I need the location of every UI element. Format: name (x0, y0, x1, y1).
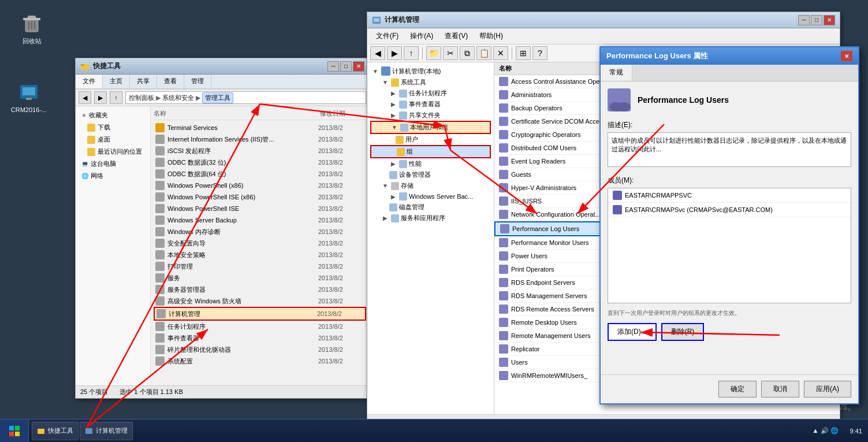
file-item-secpol[interactable]: 本地安全策略 2013/8/2 (154, 249, 366, 261)
menu-file[interactable]: 文件(F) (370, 29, 404, 43)
ok-button[interactable]: 确定 (718, 381, 757, 398)
tree-event-viewer[interactable]: ▶ 事件查看器 (370, 99, 491, 110)
add-button[interactable]: 添加(D)... (608, 323, 657, 341)
minimize-button[interactable]: ─ (327, 61, 339, 72)
tree-task-scheduler[interactable]: ▶ 任务计划程序 (370, 88, 491, 99)
props-close-button[interactable]: ✕ (841, 51, 852, 61)
mgmt-close-button[interactable]: ✕ (824, 15, 835, 25)
address-path[interactable]: 控制面板 ▶ 系统和安全 ▶ 管理工具 (125, 91, 366, 104)
group-name: Access Control Assistance Ope... (511, 78, 605, 85)
file-item-iscsi[interactable]: iSCSI 发起程序 2013/8/2 (154, 145, 366, 157)
tree-local-users[interactable]: ▼ 本地用户和组 (370, 121, 491, 134)
toolbar-cut-btn[interactable]: ✂ (443, 46, 458, 60)
tree-wsb[interactable]: ▶ Windows Server Bac... (370, 191, 491, 202)
group-icon (500, 224, 509, 233)
tree-users[interactable]: 用户 (370, 134, 491, 145)
tree-groups[interactable]: 组 (370, 145, 491, 158)
group-icon (499, 143, 508, 153)
file-item-odbc32[interactable]: ODBC 数据源(32 位) 2013/8/2 (154, 157, 366, 168)
file-date: 2013/8/2 (318, 274, 364, 281)
toolbar-delete-btn[interactable]: ✕ (493, 46, 508, 60)
sidebar-item-recent[interactable]: 最近访问的位置 (79, 146, 147, 158)
tab-manage[interactable]: 管理 (184, 75, 211, 88)
file-item-memory[interactable]: Windows 内存诊断 2013/8/2 (154, 226, 366, 237)
tree-root[interactable]: ▼ 计算机管理(本地) (370, 65, 491, 77)
tree-system-tools[interactable]: ▼ 系统工具 (370, 77, 491, 88)
file-item-odbc64[interactable]: ODBC 数据源(64 位) 2013/8/2 (154, 168, 366, 180)
sidebar-item-network[interactable]: 🌐 网络 (79, 170, 147, 182)
taskbar-item-mgmt[interactable]: 计算机管理 (80, 422, 133, 440)
file-item-tasksch[interactable]: 任务计划程序 2013/8/2 (154, 321, 366, 332)
tree-services-apps[interactable]: ▶ 服务和应用程序 (370, 213, 491, 224)
crm-icon[interactable]: CRM2016-... (9, 81, 49, 113)
tab-file[interactable]: 文件 (76, 75, 103, 88)
file-item-psx86[interactable]: Windows PowerShell (x86) 2013/8/2 (154, 180, 366, 191)
file-name: 服务器管理器 (167, 285, 315, 294)
file-item-firewall[interactable]: 高级安全 Windows 防火墙 2013/8/2 (154, 295, 366, 307)
toolbar-paste-btn[interactable]: 📋 (476, 46, 491, 60)
remove-button[interactable]: 删除(R) (661, 323, 705, 341)
file-item-services[interactable]: 服务 2013/8/2 (154, 272, 366, 284)
toolbar-forward-btn[interactable]: ▶ (387, 46, 402, 60)
file-item-eventviewer[interactable]: 事件查看器 2013/8/2 (154, 332, 366, 344)
sidebar-item-favorites[interactable]: ★ 收藏夹 (79, 109, 147, 121)
toolbar-copy-btn[interactable]: ⧉ (460, 46, 475, 60)
file-item-psise[interactable]: Windows PowerShell ISE 2013/8/2 (154, 203, 366, 214)
tree-disk-mgmt[interactable]: 磁盘管理 (370, 202, 491, 213)
file-date: 2013/8/2 (318, 298, 364, 304)
props-tab-general[interactable]: 常规 (601, 65, 632, 81)
taskbar-item-explorer[interactable]: 快捷工具 (32, 422, 79, 440)
file-item-psise-x86[interactable]: Windows PowerShell ISE (x86) 2013/8/2 (154, 191, 366, 203)
nav-back-button[interactable]: ◀ (79, 91, 91, 104)
toolbar-help-btn[interactable]: ? (532, 46, 547, 60)
nav-up-button[interactable]: ↑ (110, 91, 122, 104)
apply-button[interactable]: 应用(A) (804, 381, 851, 398)
tree-shared-folders[interactable]: ▶ 共享文件夹 (370, 110, 491, 121)
sidebar-item-computer[interactable]: 💻 这台电脑 (79, 158, 147, 170)
file-name: iSCSI 发起程序 (167, 147, 315, 155)
tab-view[interactable]: 查看 (157, 75, 184, 88)
file-item-compmgmt[interactable]: 计算机管理 2013/8/2 (154, 307, 366, 321)
group-icon (499, 77, 508, 86)
mgmt-minimize-button[interactable]: ─ (798, 15, 810, 25)
menu-help[interactable]: 帮助(H) (474, 29, 509, 43)
file-item-wsb[interactable]: Windows Server Backup 2013/8/2 (154, 214, 366, 226)
props-description[interactable]: 该组中的成员可以计划进行性能计数器日志记录，除记录提供程序，以及在本地或通过远程… (608, 132, 851, 167)
sidebar-item-desktop[interactable]: 桌面 (79, 133, 147, 146)
member-item-2[interactable]: EASTAR\CRMAPSvc (CRMAPSvc@EASTAR.COM) (608, 203, 851, 217)
file-item-iis[interactable]: Internet Information Services (IIS)管... … (154, 133, 366, 145)
file-item-defrag[interactable]: 碎片整理和优化驱动器 2013/8/2 (154, 344, 366, 355)
file-item-print[interactable]: 打印管理 2013/8/2 (154, 261, 366, 272)
file-item-servermgr[interactable]: 服务器管理器 2013/8/2 (154, 284, 366, 295)
file-item-sysconfig[interactable]: 系统配置 2013/8/2 (154, 355, 366, 367)
menu-action[interactable]: 操作(A) (404, 29, 439, 43)
tree-performance[interactable]: ▶ 性能 (370, 158, 491, 169)
menu-view[interactable]: 查看(V) (439, 29, 474, 43)
tree-storage[interactable]: ▼ 存储 (370, 180, 491, 191)
tree-device-mgr[interactable]: 设备管理器 (370, 169, 491, 180)
tab-home[interactable]: 主页 (103, 75, 130, 88)
tab-share[interactable]: 共享 (130, 75, 157, 88)
member-item-1[interactable]: EASTAR\CRMAPPSVC (608, 188, 851, 203)
start-button[interactable] (0, 419, 29, 443)
file-name: 打印管理 (167, 262, 315, 271)
explorer-title: 快捷工具 (93, 61, 121, 71)
file-name: 事件查看器 (167, 334, 315, 343)
toolbar-folder-btn[interactable]: 📁 (426, 46, 441, 60)
mgmt-menubar: 文件(F) 操作(A) 查看(V) 帮助(H) (367, 28, 840, 44)
toolbar-back-btn[interactable]: ◀ (370, 46, 385, 60)
maximize-button[interactable]: □ (340, 61, 352, 72)
nav-forward-button[interactable]: ▶ (94, 91, 107, 104)
recycle-bin-icon[interactable]: 回收站 (12, 12, 52, 46)
disk-icon (389, 203, 397, 211)
toolbar-properties-btn[interactable]: ⊞ (516, 46, 531, 60)
mgmt-maximize-button[interactable]: □ (811, 15, 822, 25)
sidebar-item-downloads[interactable]: 下载 (79, 121, 147, 133)
cancel-button[interactable]: 取消 (761, 381, 799, 398)
toolbar-up-btn[interactable]: ↑ (404, 46, 419, 60)
file-item-terminal[interactable]: Terminal Services 2013/8/2 (154, 122, 366, 133)
close-button[interactable]: ✕ (353, 61, 364, 72)
file-item-sca[interactable]: 安全配置向导 2013/8/2 (154, 237, 366, 249)
file-name: Windows 内存诊断 (167, 228, 315, 236)
col-name-header: 名称 (154, 109, 320, 118)
